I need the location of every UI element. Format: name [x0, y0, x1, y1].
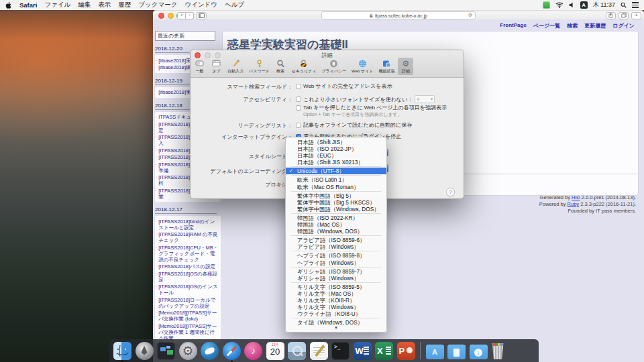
tab-advanced[interactable]: ⚙ 詳細	[398, 58, 413, 75]
menubar-menu-編集[interactable]: 編集	[78, 1, 91, 9]
menu-item[interactable]: キリル文字（KOI8-R）	[286, 297, 386, 304]
hiki-link[interactable]: Hiki	[572, 194, 580, 200]
input-source-icon[interactable]: A	[580, 1, 588, 9]
tab-search[interactable]: 検索	[273, 58, 288, 75]
menu-item[interactable]: 日本語（EUC）	[286, 152, 386, 159]
dock-safari-icon[interactable]	[223, 342, 241, 360]
sidebar-link[interactable]: [ITPASS2018]OSの各種設定	[158, 271, 219, 283]
nav-link-更新履歴[interactable]: 更新履歴	[584, 22, 606, 29]
tab-highlight-checkbox[interactable]	[296, 105, 301, 111]
menu-item[interactable]: ウクライナ語（KOI8-U）	[286, 310, 386, 317]
menu-item[interactable]: 日本語（ISO 2022-JP）	[286, 145, 386, 152]
dock-preview-icon[interactable]	[288, 342, 306, 360]
menubar-app-name[interactable]: Safari	[19, 1, 37, 9]
menu-scroll-down-icon[interactable]: ▼	[286, 326, 386, 330]
sidebar-link[interactable]: [ITPASS2018]CPU・MB・グラフィックボード・電源の不良チェック	[158, 245, 219, 263]
notification-center-icon[interactable]	[632, 2, 639, 7]
spotlight-icon[interactable]	[621, 2, 627, 8]
ruby-link[interactable]: Ruby	[568, 201, 580, 207]
tab-tabs[interactable]: タブ	[209, 58, 224, 75]
menu-item[interactable]: ギリシャ語（ISO 8859-7）	[286, 268, 386, 275]
nav-link-ログイン[interactable]: ログイン	[612, 22, 635, 29]
reading-list-checkbox[interactable]	[296, 123, 301, 128]
dock-applications-folder-icon[interactable]: A	[426, 345, 444, 359]
dock-trash-icon[interactable]	[491, 343, 504, 359]
dock-powerpoint-icon[interactable]: P	[397, 342, 415, 360]
reload-icon[interactable]: ⟳	[468, 13, 472, 18]
nav-link-検索[interactable]: 検索	[567, 22, 578, 29]
status-app-icon[interactable]	[543, 1, 550, 9]
tab-overview-button[interactable]	[619, 12, 629, 20]
tab-privacy[interactable]: プライバシー	[319, 58, 348, 75]
menubar-menu-表示[interactable]: 表示	[98, 1, 111, 9]
dock-word-icon[interactable]: W	[354, 342, 372, 360]
menu-item[interactable]: アラビア語（ISO 8859-6）	[286, 237, 386, 243]
sidebar-link[interactable]: [Memo2018][ITPASS]サーバ交換作業 1 週間後に行う作業	[158, 323, 219, 341]
menu-item[interactable]: ヘブライ語（Windows）	[286, 259, 386, 266]
menu-item[interactable]: ギリシャ語（Windows）	[286, 275, 386, 282]
dock-thunderbird-icon[interactable]	[201, 342, 219, 360]
menubar-clock[interactable]: 木 11:37	[593, 1, 615, 9]
dock-launchpad-icon[interactable]	[136, 342, 154, 360]
tab-security[interactable]: セキュリティ	[290, 58, 319, 75]
menubar-menu-ウインドウ[interactable]: ウインドウ	[184, 1, 217, 9]
dock-terminal-icon[interactable]: >_	[331, 342, 350, 360]
apple-menu-icon[interactable]	[5, 1, 12, 9]
minimize-button[interactable]	[168, 13, 174, 19]
sidebar-link[interactable]: [ITPASS2018]bindのインストールと設定	[158, 219, 219, 231]
dock-mission-control-icon[interactable]	[157, 342, 175, 360]
menu-item[interactable]: 繁体字中国語（Windows, DOS）	[286, 206, 386, 213]
menu-item[interactable]: キリル文字（Mac OS）	[286, 290, 386, 297]
address-bar[interactable]: itpass.scitec.kobe-u.ac.jp ⟳	[321, 11, 476, 19]
menubar-menu-ファイル[interactable]: ファイル	[44, 1, 70, 9]
menu-item[interactable]: 欧米（ISO Latin 1）	[286, 176, 386, 183]
menu-item[interactable]: 繁体字中国語（Big 5）	[286, 192, 386, 199]
sidebar-link[interactable]: [ITPASS2018]RAM の不良チェック	[158, 231, 219, 243]
volume-icon[interactable]	[569, 2, 575, 8]
nav-link-ページ一覧[interactable]: ページ一覧	[533, 22, 560, 29]
menubar-menu-ヘルプ[interactable]: ヘルプ	[225, 1, 244, 9]
menu-item[interactable]: 繁体字中国語（Big 5 HKSCS）	[286, 199, 386, 206]
menu-item[interactable]: 韓国語（ISO 2022-KR）	[286, 215, 386, 221]
forward-button[interactable]: ›	[186, 12, 194, 20]
font-size-checkbox[interactable]	[296, 97, 301, 102]
tab-websites[interactable]: Web サイト	[350, 58, 375, 75]
nav-link-FrontPage[interactable]: FrontPage	[500, 22, 527, 29]
menu-item[interactable]: アラビア語（Windows）	[286, 243, 386, 250]
new-tab-button[interactable]: +	[631, 12, 641, 20]
tab-passwords[interactable]: パスワード	[247, 58, 272, 75]
tab-general[interactable]: 一般	[192, 58, 207, 75]
tab-extensions[interactable]: 機能拡張	[376, 58, 396, 75]
menu-item[interactable]: 欧米（Mac OS Roman）	[286, 184, 386, 190]
menu-item[interactable]: 韓国語（Windows, DOS）	[286, 228, 386, 235]
sidebar-link[interactable]: [ITPASS2018]ローカルでのバックアップの設定	[158, 297, 219, 309]
font-size-select[interactable]: 9▾	[415, 95, 435, 103]
menu-item[interactable]: キリル文字（ISO 8859-5）	[286, 284, 386, 290]
help-button[interactable]: ?	[446, 188, 455, 196]
menubar-menu-ブックマーク[interactable]: ブックマーク	[138, 1, 177, 9]
menu-item[interactable]: ✓Unicode（UTF-8）	[286, 168, 386, 174]
dock-excel-icon[interactable]: X	[375, 342, 393, 360]
menu-item[interactable]: 日本語（Shift JIS）	[286, 139, 386, 145]
menu-item[interactable]: タイ語（Windows, DOS）	[286, 319, 386, 326]
sidebar-link[interactable]: [ITPASS2018]OSのインストール	[158, 284, 219, 296]
dock-finder-icon[interactable]	[113, 342, 131, 360]
wifi-icon[interactable]	[555, 2, 564, 8]
tab-autofill[interactable]: 自動入力	[225, 58, 246, 75]
dock-system-preferences-icon[interactable]: ⚙	[179, 342, 197, 360]
sidebar-link[interactable]: [ITPASS2018]バスの設定	[158, 263, 215, 269]
share-button[interactable]	[606, 12, 616, 20]
menu-item[interactable]: 韓国語（Mac OS）	[286, 221, 386, 228]
menubar-menu-履歴[interactable]: 履歴	[118, 1, 131, 9]
menu-item[interactable]: 日本語（Shift JIS X0213）	[286, 159, 386, 166]
dock-itunes-icon[interactable]: ♪	[244, 342, 262, 360]
menu-item[interactable]: キリル文字（Windows）	[286, 304, 386, 310]
close-button[interactable]	[158, 13, 164, 19]
dock-documents-folder-icon[interactable]	[447, 345, 466, 359]
dock-downloads-folder-icon[interactable]: ↓	[470, 345, 488, 359]
sidebar-toggle-button[interactable]	[196, 12, 207, 20]
smart-search-checkbox[interactable]	[296, 84, 301, 89]
dock-textedit-icon[interactable]	[310, 342, 328, 360]
menu-item[interactable]: ヘブライ語（ISO 8859-8）	[286, 252, 386, 259]
back-button[interactable]: ‹	[177, 12, 186, 20]
